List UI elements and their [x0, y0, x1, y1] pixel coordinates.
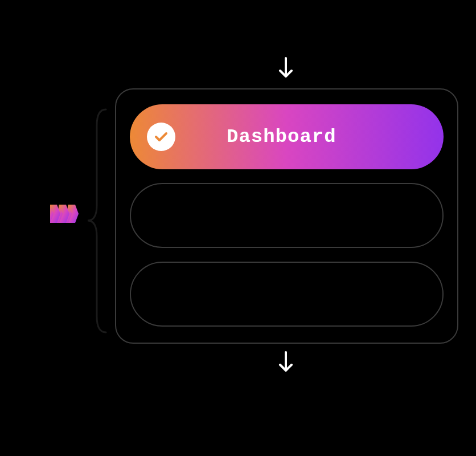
nav-item-label: Dashboard — [227, 126, 337, 148]
curly-bracket-decoration — [84, 108, 107, 333]
active-check-indicator — [147, 123, 175, 151]
w-logo-icon — [50, 202, 79, 225]
app-logo — [50, 202, 79, 225]
arrow-down-top — [278, 57, 294, 79]
check-icon — [153, 129, 169, 145]
nav-item-empty-2[interactable] — [130, 262, 444, 327]
nav-item-dashboard[interactable]: Dashboard — [130, 104, 444, 169]
arrow-down-bottom — [278, 351, 294, 373]
curly-bracket-icon — [84, 108, 107, 333]
arrow-down-icon — [278, 57, 294, 79]
nav-item-empty-1[interactable] — [130, 183, 444, 248]
navigation-card: Dashboard — [115, 88, 458, 344]
arrow-down-icon — [278, 351, 294, 373]
